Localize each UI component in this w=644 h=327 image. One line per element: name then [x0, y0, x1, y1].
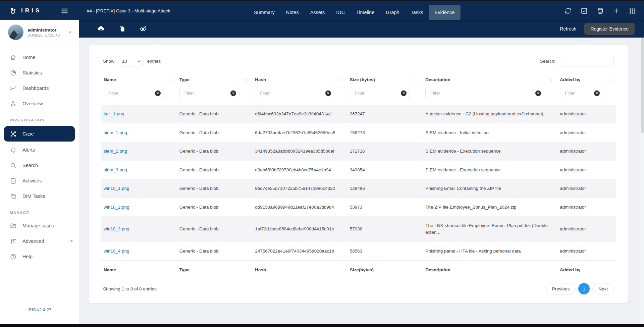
version-link[interactable]: IRIS v2.4.27: [0, 304, 79, 327]
help-icon: [10, 253, 17, 260]
clear-filter-icon[interactable]: ×: [155, 90, 161, 96]
evidence-size: 158273: [347, 123, 423, 142]
table-header-row: Name↑↓Type↑↓Hash↑↓Size (bytes)↑↓Descript…: [101, 73, 616, 86]
sidebar-item-case[interactable]: Case: [4, 126, 75, 142]
scrollbar-thumb[interactable]: [641, 38, 644, 133]
check-square-icon[interactable]: [581, 7, 588, 14]
sidebar-item-label: Alerts: [22, 147, 35, 153]
evidence-row: siem_2.pngGeneric - Data blob34149352a8a…: [101, 142, 616, 161]
cloud-download-icon[interactable]: [97, 25, 105, 33]
evidence-name-link[interactable]: win10_4.png: [104, 249, 129, 254]
show-label: Show: [103, 59, 114, 64]
column-header-type[interactable]: Type↑↓: [177, 73, 253, 86]
column-header-description[interactable]: Description↑↓: [423, 73, 557, 86]
evidence-name-cell: win10_4.png: [101, 242, 177, 261]
evidence-added-by: administrator: [557, 142, 616, 161]
evidence-hash: 6da2703ae4ae7b2362b1c85462650ea8: [252, 123, 347, 142]
next-page-button[interactable]: Next: [592, 283, 614, 294]
filter-input[interactable]: [255, 87, 334, 99]
tab-ioc[interactable]: IOC: [330, 5, 351, 20]
sort-icon[interactable]: ↑↓: [415, 77, 421, 82]
tab-tasks[interactable]: Tasks: [405, 5, 429, 20]
sort-icon[interactable]: ↑↓: [169, 77, 175, 82]
evidence-name-link[interactable]: siem_3.png: [104, 167, 127, 172]
scrollbar[interactable]: [640, 38, 644, 324]
copy-icon[interactable]: [118, 25, 126, 33]
search-label: Search:: [540, 59, 555, 64]
evidence-name-link[interactable]: kali_1.png: [104, 111, 124, 116]
sidebar-item-home[interactable]: Home: [0, 50, 79, 65]
tab-notes[interactable]: Notes: [280, 5, 305, 20]
case-title: #4 - [PREFIX] Case 3 - Multi-stage Attac…: [87, 1, 170, 20]
content-area: Show 10 entries: [79, 38, 644, 327]
evidence-name-link[interactable]: siem_1.png: [104, 130, 127, 135]
sidebar-item-label: Dashboards: [22, 86, 49, 91]
apps-grid-icon[interactable]: [629, 7, 636, 14]
user-menu[interactable]: administrator 8/3/2026, 17:35:40: [0, 20, 79, 43]
sidebar-item-search[interactable]: Search: [0, 158, 79, 173]
toolbar-icons: [97, 25, 147, 33]
database-icon[interactable]: [597, 7, 604, 14]
tab-timeline[interactable]: Timeline: [351, 5, 380, 20]
register-evidence-button[interactable]: Register Evidence: [584, 23, 635, 35]
clear-filter-icon[interactable]: ×: [594, 90, 600, 96]
column-header-name[interactable]: Name↑↓: [101, 73, 177, 86]
clear-filter-icon[interactable]: ×: [230, 90, 236, 96]
page-1-button[interactable]: 1: [578, 283, 590, 294]
brand[interactable]: IRIS: [0, 1, 60, 20]
evidence-type: Generic - Data blob: [177, 161, 253, 179]
tab-graph[interactable]: Graph: [380, 5, 405, 20]
manage-cases-icon: [10, 222, 17, 229]
topbar-actions: [565, 1, 644, 20]
clear-filter-icon[interactable]: ×: [325, 90, 331, 96]
sort-icon[interactable]: ↑↓: [608, 77, 614, 82]
menu-toggle-icon[interactable]: [60, 1, 69, 20]
sidebar-item-overview[interactable]: Overview: [0, 96, 79, 111]
evidence-name-link[interactable]: siem_2.png: [104, 149, 127, 154]
sidebar-item-label: Statistics: [22, 70, 42, 75]
filter-input[interactable]: [425, 87, 544, 99]
sidebar-item-advanced[interactable]: Advanced: [0, 233, 79, 249]
dim-tasks-icon: [10, 193, 17, 200]
clear-filter-icon[interactable]: ×: [535, 90, 541, 96]
previous-page-button[interactable]: Previous: [546, 283, 576, 294]
case-toolbar: Refresh Register Evidence: [79, 20, 644, 38]
evidence-name-link[interactable]: win10_3.png: [104, 226, 129, 231]
evidence-name-link[interactable]: win10_1.png: [104, 186, 129, 191]
brand-name: IRIS: [21, 7, 42, 14]
column-header-added-by[interactable]: Added by↑↓: [557, 73, 616, 86]
user-name: administrator: [28, 28, 60, 33]
evidence-added-by: administrator: [557, 216, 616, 241]
column-label: Name: [104, 77, 116, 82]
tab-summary[interactable]: Summary: [248, 5, 280, 20]
search-icon: [10, 162, 17, 169]
column-header-hash[interactable]: Hash↑↓: [252, 73, 347, 86]
plus-icon[interactable]: [613, 7, 620, 14]
sidebar-item-dashboards[interactable]: Dashboards: [0, 80, 79, 96]
sort-icon[interactable]: ↑↓: [339, 77, 345, 82]
tab-evidence[interactable]: Evidence: [429, 5, 461, 20]
sidebar-item-manage-cases[interactable]: Manage cases: [0, 218, 79, 233]
table-search-input[interactable]: [559, 56, 614, 66]
refresh-button[interactable]: Refresh: [560, 26, 576, 32]
eye-off-icon[interactable]: [140, 25, 147, 33]
column-label: Size (bytes): [350, 77, 375, 82]
page-size-select[interactable]: 10: [118, 56, 144, 66]
sidebar-item-help[interactable]: Help: [0, 249, 79, 264]
sidebar-section-investigation: INVESTIGATION: [0, 111, 79, 125]
clear-filter-icon[interactable]: ×: [401, 90, 407, 96]
sidebar-item-alerts[interactable]: Alerts: [0, 142, 79, 158]
column-header-size-bytes[interactable]: Size (bytes)↑↓: [347, 73, 423, 86]
evidence-name-link[interactable]: win10_2.png: [104, 205, 129, 210]
sidebar-item-activities[interactable]: Activities: [0, 173, 79, 188]
sidebar-item-statistics[interactable]: Statistics: [0, 65, 79, 80]
sort-icon[interactable]: ↑↓: [244, 77, 250, 82]
evidence-added-by: administrator: [557, 242, 616, 261]
sort-icon[interactable]: ↑↓: [549, 77, 555, 82]
evidence-description: Phishing Email Containing the ZIP file: [423, 179, 557, 198]
sidebar-item-dim-tasks[interactable]: DIM Tasks: [0, 188, 79, 204]
evidence-description: The LNK shortcut file Employee_Bonus_Pla…: [423, 216, 557, 241]
tab-assets[interactable]: Assets: [305, 5, 331, 20]
table-footer: Showing 1 to 8 of 8 entries Previous 1 N…: [103, 283, 614, 294]
sync-icon[interactable]: [565, 7, 572, 14]
